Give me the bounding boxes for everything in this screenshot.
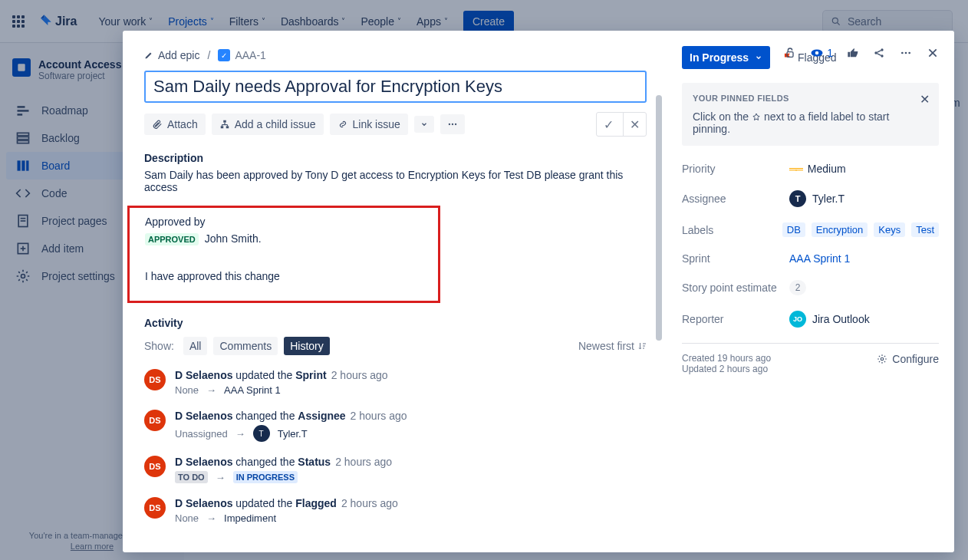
issue-key-link[interactable]: ✓ AAA-1 <box>218 49 265 61</box>
approved-badge: APPROVED <box>145 233 199 245</box>
status-dropdown[interactable]: In Progress <box>682 46 770 69</box>
priority-medium-icon: ══ <box>789 163 802 175</box>
approval-note: I have approved this change <box>145 270 423 282</box>
activity-header: Activity <box>144 317 647 329</box>
link-icon <box>337 119 348 130</box>
svg-rect-32 <box>223 120 226 123</box>
svg-point-42 <box>881 357 884 361</box>
pin-icon <box>752 113 761 122</box>
label-chip[interactable]: Test <box>911 222 939 237</box>
breadcrumb: Add epic / ✓ AAA-1 <box>144 49 647 61</box>
attach-icon <box>152 119 163 130</box>
activity-show-label: Show: <box>144 340 174 352</box>
activity-tab-all[interactable]: All <box>183 337 208 355</box>
lock-icon[interactable] <box>784 47 796 59</box>
add-child-button[interactable]: Add a child issue <box>212 114 324 135</box>
more-icon <box>446 119 459 130</box>
pinned-fields-text: Click on the next to a field label to st… <box>693 110 928 135</box>
svg-line-25 <box>877 51 881 53</box>
share-button[interactable] <box>873 47 885 59</box>
svg-point-39 <box>449 124 450 125</box>
field-sprint[interactable]: Sprint AAA Sprint 1 <box>682 245 939 272</box>
watch-count: 1 <box>827 47 833 59</box>
activity-tab-comments[interactable]: Comments <box>213 337 278 355</box>
vote-button[interactable] <box>847 47 859 59</box>
more-actions-button[interactable] <box>899 47 913 59</box>
gear-icon <box>877 354 887 364</box>
created-timestamp: Created 19 hours ago <box>682 353 771 364</box>
history-item: DSD Selaenos changed the Status2 hours a… <box>144 456 647 483</box>
history-item: DSD Selaenos updated the Flagged2 hours … <box>144 497 647 524</box>
activity-tabs: Show: All Comments History Newest first <box>144 337 647 355</box>
svg-rect-19 <box>787 52 793 58</box>
history-avatar: DS <box>144 369 166 390</box>
close-button[interactable] <box>927 47 939 59</box>
summary-cancel-button[interactable]: ✕ <box>623 113 646 136</box>
label-chip[interactable]: Encryption <box>812 222 868 237</box>
breadcrumb-sep: / <box>207 49 210 61</box>
svg-rect-33 <box>220 126 223 128</box>
pinned-fields-title: YOUR PINNED FIELDS <box>693 94 928 103</box>
svg-point-21 <box>815 51 819 55</box>
issue-meta: Created 19 hours ago Updated 2 hours ago… <box>682 353 939 374</box>
history-item: DSD Selaenos updated the Sprint2 hours a… <box>144 369 647 396</box>
child-issue-icon <box>219 119 230 130</box>
issue-toolbar: Attach Add a child issue Link issue ✓ ✕ <box>144 112 647 137</box>
approved-by-heading: Approved by <box>145 216 423 228</box>
history-avatar: DS <box>144 497 166 519</box>
chevron-down-icon <box>755 54 762 61</box>
field-assignee[interactable]: Assignee TTyler.T <box>682 183 939 215</box>
activity-tab-history[interactable]: History <box>284 337 330 355</box>
issue-summary-input[interactable] <box>144 71 647 103</box>
svg-point-29 <box>908 52 910 54</box>
attach-button[interactable]: Attach <box>144 114 206 135</box>
link-issue-button[interactable]: Link issue <box>330 114 408 135</box>
issue-type-icon: ✓ <box>218 49 230 61</box>
svg-point-41 <box>455 124 456 125</box>
updated-timestamp: Updated 2 hours ago <box>682 364 771 374</box>
modal-top-actions: 1 <box>784 46 939 60</box>
activity-sort-button[interactable]: Newest first <box>578 340 647 352</box>
eye-icon <box>810 46 824 60</box>
side-divider <box>682 343 939 344</box>
history-avatar: DS <box>144 456 166 477</box>
svg-point-27 <box>901 52 904 54</box>
field-reporter[interactable]: Reporter JOJira Outlook <box>682 303 939 335</box>
sort-icon <box>637 341 647 351</box>
approved-by-line: APPROVED John Smith. <box>145 232 423 245</box>
svg-line-26 <box>877 54 881 56</box>
more-toolbar-button[interactable] <box>440 114 465 134</box>
chevron-down-icon <box>420 120 428 128</box>
summary-confirm-cancel: ✓ ✕ <box>596 112 647 137</box>
modal-scrollbar[interactable] <box>656 49 662 552</box>
issue-modal: 1 Add epic / ✓ AAA-1 Attach Add <box>123 31 954 552</box>
approval-highlight-box: Approved by APPROVED John Smith. I have … <box>127 206 440 303</box>
svg-point-28 <box>905 52 907 54</box>
summary-confirm-button[interactable]: ✓ <box>597 113 620 136</box>
label-chip[interactable]: Keys <box>874 222 905 237</box>
field-priority[interactable]: Priority ══Medium <box>682 155 939 183</box>
history-avatar: DS <box>144 410 166 431</box>
add-epic-link[interactable]: Add epic <box>144 49 199 61</box>
svg-point-40 <box>452 124 453 125</box>
field-labels[interactable]: Labels DBEncryptionKeysTest <box>682 215 939 245</box>
reporter-avatar: JO <box>789 311 806 328</box>
watch-button[interactable]: 1 <box>810 46 833 60</box>
pinned-fields-box: YOUR PINNED FIELDS Click on the next to … <box>682 83 939 146</box>
approved-by-name: John Smith. <box>205 232 262 245</box>
pencil-icon <box>144 51 153 60</box>
label-chip[interactable]: DB <box>782 222 805 237</box>
link-dropdown-button[interactable] <box>414 116 434 133</box>
field-story-points[interactable]: Story point estimate 2 <box>682 272 939 303</box>
configure-button[interactable]: Configure <box>877 353 939 365</box>
history-list: DSD Selaenos updated the Sprint2 hours a… <box>144 369 647 524</box>
pinned-close-button[interactable]: ✕ <box>920 92 930 107</box>
estimate-chip: 2 <box>789 280 806 295</box>
history-item: DSD Selaenos changed the Assignee2 hours… <box>144 410 647 442</box>
issue-side-panel: In Progress Flagged YOUR PINNED FIELDS C… <box>674 31 954 552</box>
description-text[interactable]: Sam Daily has been approved by Tony D ge… <box>144 169 647 193</box>
description-label: Description <box>144 152 647 164</box>
svg-rect-34 <box>226 126 229 128</box>
assignee-avatar: T <box>789 190 806 207</box>
